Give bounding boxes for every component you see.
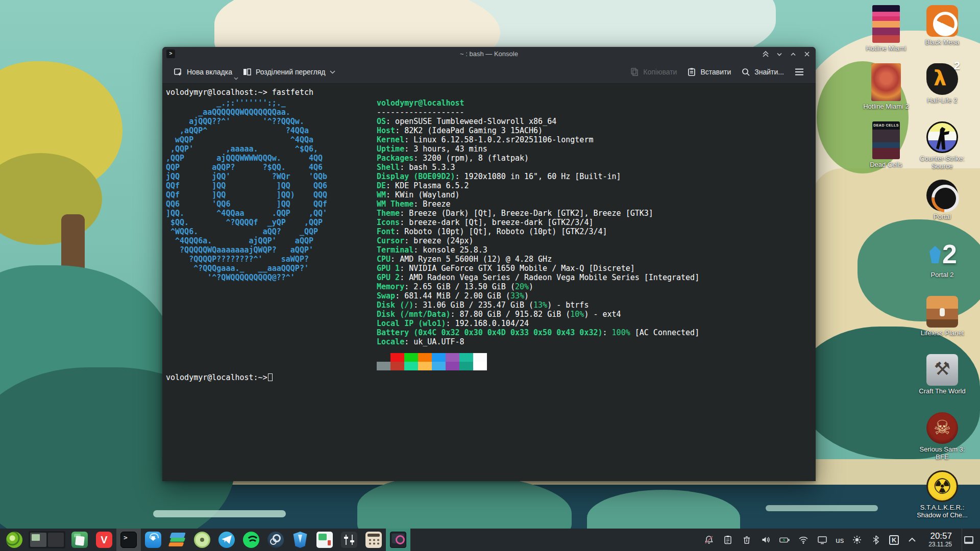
typed-command: fastfetch <box>272 88 313 97</box>
bluetooth-icon[interactable] <box>870 533 881 546</box>
window-title: ~ : bash — Konsole <box>460 50 518 58</box>
desktop-shortcut-hotline-miami-2[interactable]: Hotline Miami 2 <box>858 63 914 121</box>
taskbar-item-dolphin[interactable] <box>67 529 92 551</box>
serious-sam-3-icon <box>926 412 958 444</box>
keepassxc-tray-icon[interactable]: K <box>889 535 899 545</box>
fastfetch-line: Swap: 681.44 MiB / 2.00 GiB (33%) <box>377 291 699 300</box>
taskbar-item-calculator[interactable] <box>361 529 386 551</box>
close-button[interactable] <box>803 51 811 58</box>
taskbar-item-discover[interactable] <box>141 529 165 551</box>
window-titlebar[interactable]: > ~ : bash — Konsole <box>162 47 816 61</box>
layers-app-icon <box>169 532 186 548</box>
paste-icon <box>687 67 696 77</box>
display-icon[interactable] <box>817 533 828 546</box>
taskbar-item-spectacle[interactable] <box>386 529 410 551</box>
desktop-shortcut-serious-sam-3[interactable]: Serious Sam 3: BFE <box>914 412 970 470</box>
monitor-app-icon <box>316 532 333 548</box>
palette-swatch <box>418 353 432 362</box>
taskbar-item-vivaldi[interactable] <box>92 529 116 551</box>
show-desktop-button[interactable] <box>962 529 975 551</box>
desktop-shortcut-half-life-2[interactable]: Half-Life 2 <box>914 63 970 121</box>
shell-prompt: volodymyr@localhost:~> <box>166 373 267 382</box>
fastfetch-user-host: volodymyr@localhost <box>377 98 464 108</box>
keep-above-button[interactable] <box>762 51 769 58</box>
taskbar-item-monitor-app[interactable] <box>312 529 337 551</box>
desktop-shortcut-label: Hotline Miami <box>866 44 906 52</box>
desktop-shortcut-label: Dead Cells <box>870 161 902 168</box>
fastfetch-line: CPU: AMD Ryzen 5 5600H (12) @ 4.28 GHz <box>377 255 699 264</box>
palette-swatch <box>473 353 487 362</box>
palette-swatch <box>459 362 473 370</box>
desktop-shortcut-dead-cells[interactable]: Dead Cells <box>858 121 914 180</box>
desktop-shortcut-counter-strike-source[interactable]: Counter-Strike: Source <box>914 121 970 180</box>
virtual-desktop-pager[interactable] <box>29 531 65 548</box>
terminal-color-palette <box>377 353 699 370</box>
desktop-shortcut-craft-the-world[interactable]: Craft The World <box>914 354 970 412</box>
taskbar-item-spotify[interactable] <box>239 529 263 551</box>
fastfetch-line: Battery (0x4C 0x32 0x30 0x4D 0x33 0x50 0… <box>377 328 699 337</box>
taskbar-item-konsole[interactable] <box>116 529 141 551</box>
brightness-icon[interactable] <box>851 533 863 546</box>
fastfetch-line: Cursor: breeze (24px) <box>377 236 699 245</box>
system-tray: us K 20:57 23.11.25 <box>703 529 980 551</box>
desktop-shortcut-stalker[interactable]: S.T.A.L.K.E.R.: Shadow of Che... <box>914 470 970 529</box>
show-desktop-icon <box>964 536 973 544</box>
paste-button[interactable]: Вставити <box>682 63 736 81</box>
find-label: Знайти... <box>754 68 784 76</box>
desktop-shortcut-label: Counter-Strike: Source <box>914 155 970 170</box>
dolphin-icon <box>71 532 88 548</box>
keyboard-layout-indicator[interactable]: us <box>836 536 844 544</box>
app-launcher-icon <box>6 532 22 548</box>
split-view-button[interactable]: Розділений перегляд <box>237 63 340 81</box>
wifi-icon[interactable] <box>798 533 809 546</box>
hotline-miami-2-icon <box>871 63 901 101</box>
fastfetch-line: Packages: 3200 (rpm), 8 (flatpak) <box>377 154 699 163</box>
copy-button[interactable]: Копіювати <box>625 63 682 81</box>
desktop-shortcut-portal-2[interactable]: Portal 2 <box>914 238 970 296</box>
taskbar-item-media-player[interactable] <box>190 529 214 551</box>
hamburger-menu-button[interactable] <box>789 63 810 81</box>
taskbar-item-layers-app[interactable] <box>165 529 190 551</box>
taskbar-item-shield-app[interactable] <box>288 529 312 551</box>
taskbar-item-pager[interactable] <box>27 529 67 551</box>
notifications-muted-icon[interactable] <box>703 533 715 546</box>
fastfetch-line: Terminal: konsole 25.8.3 <box>377 245 699 255</box>
palette-swatch <box>459 353 473 362</box>
fastfetch-line: Theme: Breeze (Dark) [Qt], Breeze-Dark [… <box>377 209 699 218</box>
fastfetch-line: DE: KDE Plasma 6.5.2 <box>377 181 699 190</box>
palette-swatch <box>404 353 418 362</box>
minimize-button[interactable] <box>776 51 783 58</box>
fastfetch-info: volodymyr@localhost ------------------- … <box>377 98 699 370</box>
terminal-view[interactable]: volodymyr@localhost:~> fastfetch _.;:'''… <box>162 84 816 481</box>
taskbar-item-audio-mixer[interactable] <box>337 529 361 551</box>
taskbar-item-app-launcher[interactable] <box>2 529 27 551</box>
maximize-button[interactable] <box>790 51 797 58</box>
volume-icon[interactable] <box>760 533 771 546</box>
desktop-shortcut-lifeless-planet[interactable]: Lifeless Planet <box>914 296 970 354</box>
palette-swatch <box>432 362 446 370</box>
taskbar-item-steam[interactable] <box>263 529 288 551</box>
desktop-shortcut-portal[interactable]: Portal <box>914 180 970 238</box>
half-life-2-icon <box>926 63 958 95</box>
desktop-shortcut-hotline-miami[interactable]: Hotline Miami <box>858 5 914 63</box>
clock-time: 20:57 <box>928 532 952 541</box>
battery-charging-icon[interactable] <box>779 533 790 546</box>
fastfetch-line: GPU 1: NVIDIA GeForce GTX 1650 Mobile / … <box>377 264 699 273</box>
chevron-down-icon <box>330 70 335 74</box>
new-tab-button[interactable]: Нова вкладка <box>168 63 237 81</box>
digital-clock[interactable]: 20:57 23.11.25 <box>928 532 952 548</box>
fastfetch-line: Memory: 2.65 GiB / 13.50 GiB (20%) <box>377 282 699 291</box>
find-button[interactable]: Знайти... <box>736 63 789 81</box>
calculator-icon <box>365 532 382 548</box>
trash-icon[interactable] <box>741 533 752 546</box>
tray-expander-chevron-icon[interactable] <box>906 533 918 546</box>
clipboard-icon[interactable] <box>722 533 733 546</box>
telegram-icon <box>218 532 235 548</box>
fastfetch-line: Icons: breeze-dark [Qt], breeze-dark [GT… <box>377 218 699 227</box>
fastfetch-line: Local IP (wlo1): 192.168.0.104/24 <box>377 319 699 328</box>
new-tab-label: Нова вкладка <box>187 68 232 76</box>
taskbar-item-telegram[interactable] <box>214 529 239 551</box>
desktop-shortcut-label: Black Mesa <box>925 38 959 46</box>
desktop-shortcut-black-mesa[interactable]: Black Mesa <box>914 5 970 63</box>
spectacle-icon <box>390 532 406 548</box>
